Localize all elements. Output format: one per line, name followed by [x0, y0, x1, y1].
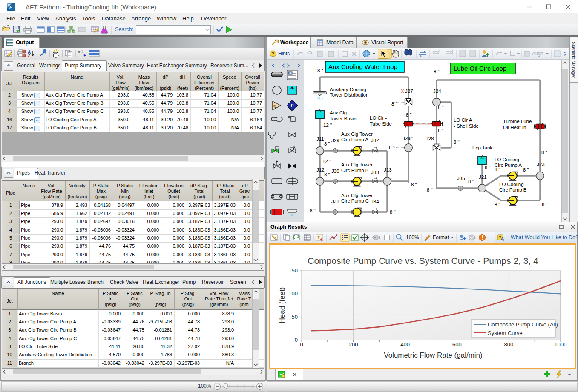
svg-text:P: P: [291, 103, 294, 108]
svg-text:Hints: Hints: [278, 51, 290, 57]
svg-text:Aux Clg Tower: Aux Clg Tower: [341, 193, 373, 198]
svg-text:X: X: [401, 89, 405, 94]
svg-text:J31: J31: [331, 199, 339, 204]
svg-text:Volumetric Flow Rate (gal/min): Volumetric Flow Rate (gal/min): [384, 351, 482, 359]
svg-text:J29: J29: [331, 138, 339, 143]
svg-text:Tube Side: Tube Side: [370, 121, 392, 126]
svg-text:400: 400: [400, 341, 410, 348]
svg-text:200: 200: [349, 341, 358, 348]
svg-text:800: 800: [504, 341, 514, 348]
svg-text:J33: J33: [371, 170, 379, 175]
svg-text:J13: J13: [384, 167, 392, 172]
svg-text:8 ": 8 ": [317, 68, 323, 73]
svg-text:a: a: [78, 50, 80, 54]
svg-text:Composite Pump Curve vs. Syste: Composite Pump Curve vs. System Curve - …: [308, 256, 538, 266]
svg-text:System Curve: System Curve: [488, 330, 523, 336]
svg-text:Circ Pump C: Circ Pump C: [341, 198, 369, 203]
svg-text:8 ": 8 ": [427, 187, 433, 192]
svg-text:J24: J24: [433, 89, 441, 94]
svg-text:J28: J28: [426, 136, 434, 141]
svg-text:100%: 100%: [406, 235, 419, 240]
svg-text:Q: Q: [273, 104, 276, 108]
svg-text:8 ": 8 ": [454, 140, 460, 145]
svg-text:12 ": 12 ": [322, 159, 331, 164]
svg-text:Align: Align: [532, 51, 543, 57]
svg-text:8 ": 8 ": [411, 182, 417, 187]
svg-text:8 ": 8 ": [324, 141, 330, 146]
svg-text:50: 50: [292, 314, 298, 320]
svg-text:LO Cooling: LO Cooling: [499, 182, 524, 187]
svg-text:8 ": 8 ": [389, 145, 395, 150]
svg-text:A: A: [289, 72, 291, 74]
svg-text:Composite Pump Curve (All): Composite Pump Curve (All): [488, 321, 558, 328]
svg-text:8 ": 8 ": [438, 105, 444, 110]
svg-text:Format: Format: [433, 235, 449, 240]
svg-text:T: T: [317, 235, 320, 240]
svg-text:J21: J21: [479, 175, 487, 180]
svg-text:Aux Clg Tower: Aux Clg Tower: [341, 162, 373, 167]
svg-text:J11: J11: [316, 137, 324, 142]
svg-text:Exp Tank: Exp Tank: [472, 145, 492, 150]
svg-text:Aux Clg Tower: Aux Clg Tower: [341, 132, 373, 137]
svg-text:Aux Clg: Aux Clg: [330, 110, 347, 115]
svg-text:LO Clr -: LO Clr -: [370, 115, 387, 120]
svg-text:LO Clr A: LO Clr A: [454, 117, 472, 123]
svg-text:8 ": 8 ": [523, 167, 529, 172]
svg-text:Auxiliary Cooling: Auxiliary Cooling: [330, 87, 366, 92]
svg-text:Oil Heat In: Oil Heat In: [503, 125, 526, 130]
svg-text:J30: J30: [331, 169, 339, 174]
svg-text:0: 0: [300, 341, 303, 348]
svg-text:1000: 1000: [555, 341, 567, 348]
svg-text:Circ Pump B: Circ Pump B: [499, 187, 527, 192]
svg-text:Head (feet): Head (feet): [278, 287, 286, 323]
svg-text:8 ": 8 ": [390, 209, 396, 215]
svg-text:8 ": 8 ": [310, 208, 316, 213]
svg-text:8 ": 8 ": [406, 112, 412, 117]
svg-text:8 ": 8 ": [438, 128, 444, 133]
svg-text:Lube Oil Circ Loop: Lube Oil Circ Loop: [454, 65, 506, 72]
svg-text:Circ Pump A: Circ Pump A: [341, 137, 368, 142]
svg-text:?: ?: [272, 51, 275, 56]
svg-text:Tower Distribution: Tower Distribution: [330, 92, 368, 97]
svg-text:- Shell Side: - Shell Side: [454, 123, 479, 129]
svg-text:J23: J23: [537, 162, 545, 167]
svg-text:Turbine Lube: Turbine Lube: [503, 119, 532, 124]
svg-text:600: 600: [452, 341, 462, 348]
svg-text:8 ": 8 ": [542, 202, 548, 207]
svg-text:LO Cooling: LO Cooling: [495, 157, 519, 162]
svg-text:J35: J35: [457, 176, 465, 181]
svg-text:J32: J32: [371, 138, 379, 143]
svg-text:8 ": 8 ": [468, 179, 474, 184]
svg-text:J27: J27: [405, 89, 413, 94]
svg-text:8 ": 8 ": [324, 172, 330, 177]
svg-text:8 ": 8 ": [391, 101, 397, 106]
svg-text:8 ": 8 ": [541, 150, 547, 155]
svg-text:150: 150: [288, 267, 298, 274]
svg-text:8 ": 8 ": [495, 202, 500, 207]
svg-text:8 ": 8 ": [485, 165, 491, 170]
svg-text:Aux Cooling Water Loop: Aux Cooling Water Loop: [328, 63, 397, 70]
svg-text:0: 0: [295, 337, 298, 343]
svg-text:Tower Basin: Tower Basin: [330, 116, 357, 121]
svg-text:Z: Z: [28, 54, 30, 58]
svg-text:F: F: [9, 5, 12, 10]
svg-text:100: 100: [288, 290, 298, 297]
svg-text:Circ Pump B: Circ Pump B: [341, 168, 369, 173]
svg-text:12 ": 12 ": [323, 123, 332, 128]
svg-text:8 ": 8 ": [495, 167, 500, 172]
svg-text:J12: J12: [316, 167, 325, 172]
svg-text:8 ": 8 ": [434, 69, 440, 74]
svg-text:J34: J34: [371, 199, 379, 204]
svg-text:8 ": 8 ": [407, 136, 413, 141]
